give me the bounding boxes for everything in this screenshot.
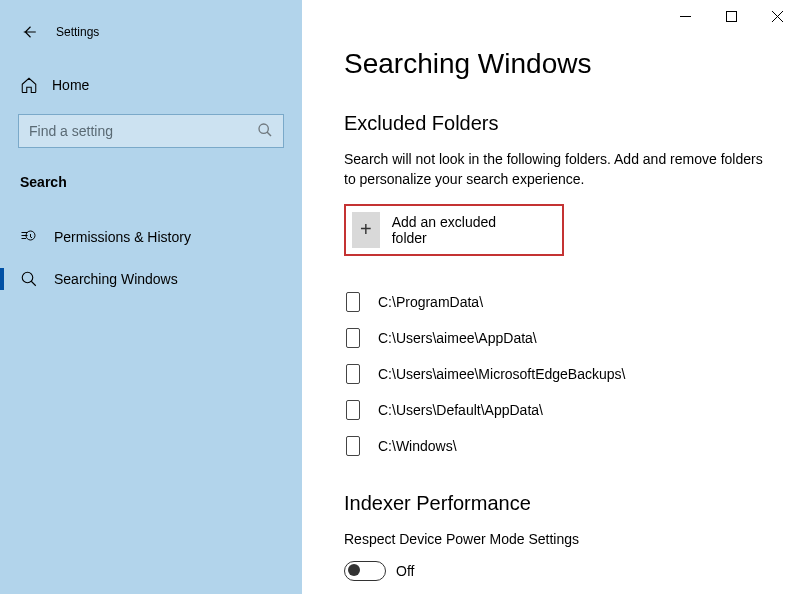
nav-home[interactable]: Home	[0, 68, 302, 102]
excluded-folders-heading: Excluded Folders	[344, 112, 780, 135]
folder-icon	[346, 364, 360, 384]
titlebar-left: Settings	[0, 18, 302, 46]
home-icon	[20, 76, 38, 94]
toggle-knob	[348, 564, 360, 576]
main-content: Searching Windows Excluded Folders Searc…	[302, 0, 800, 594]
folder-path: C:\Windows\	[378, 438, 457, 454]
add-excluded-folder-button[interactable]: + Add an excluded folder	[344, 204, 564, 256]
sidebar-item-permissions[interactable]: Permissions & History	[0, 216, 302, 258]
search-box[interactable]	[18, 114, 284, 148]
sidebar-item-searching-windows[interactable]: Searching Windows	[0, 258, 302, 300]
folder-path: C:\Users\aimee\AppData\	[378, 330, 537, 346]
sidebar-label-permissions: Permissions & History	[54, 229, 191, 245]
app-title: Settings	[56, 25, 99, 39]
window-controls	[662, 0, 800, 32]
back-icon[interactable]	[20, 23, 38, 41]
excluded-folders-description: Search will not look in the following fo…	[344, 149, 764, 190]
minimize-button[interactable]	[662, 0, 708, 32]
excluded-folder-item[interactable]: C:\ProgramData\	[344, 284, 780, 320]
folder-icon	[346, 328, 360, 348]
svg-rect-2	[726, 11, 736, 21]
svg-point-1	[22, 272, 33, 283]
searching-windows-icon	[20, 270, 38, 288]
folder-path: C:\Users\aimee\MicrosoftEdgeBackups\	[378, 366, 625, 382]
power-mode-toggle-row: Off	[344, 561, 780, 581]
folder-icon	[346, 292, 360, 312]
search-icon	[257, 122, 273, 141]
folder-icon	[346, 436, 360, 456]
close-button[interactable]	[754, 0, 800, 32]
power-mode-toggle[interactable]	[344, 561, 386, 581]
sidebar-label-searching-windows: Searching Windows	[54, 271, 178, 287]
add-excluded-label: Add an excluded folder	[392, 214, 502, 246]
nav-home-label: Home	[52, 77, 89, 93]
search-input[interactable]	[29, 123, 257, 139]
maximize-button[interactable]	[708, 0, 754, 32]
folder-path: C:\Users\Default\AppData\	[378, 402, 543, 418]
page-title: Searching Windows	[344, 48, 780, 80]
svg-point-0	[259, 124, 268, 133]
permissions-icon	[20, 228, 38, 246]
power-mode-label: Respect Device Power Mode Settings	[344, 531, 780, 547]
folder-path: C:\ProgramData\	[378, 294, 483, 310]
power-mode-state: Off	[396, 563, 414, 579]
excluded-folder-item[interactable]: C:\Windows\	[344, 428, 780, 464]
sidebar-category: Search	[0, 166, 302, 198]
excluded-folder-item[interactable]: C:\Users\Default\AppData\	[344, 392, 780, 428]
plus-icon: +	[352, 212, 380, 248]
sidebar: Settings Home Search Permissions & Histo…	[0, 0, 302, 594]
excluded-folder-item[interactable]: C:\Users\aimee\AppData\	[344, 320, 780, 356]
indexer-performance-heading: Indexer Performance	[344, 492, 780, 515]
folder-icon	[346, 400, 360, 420]
excluded-folder-item[interactable]: C:\Users\aimee\MicrosoftEdgeBackups\	[344, 356, 780, 392]
excluded-folder-list: C:\ProgramData\C:\Users\aimee\AppData\C:…	[344, 284, 780, 464]
